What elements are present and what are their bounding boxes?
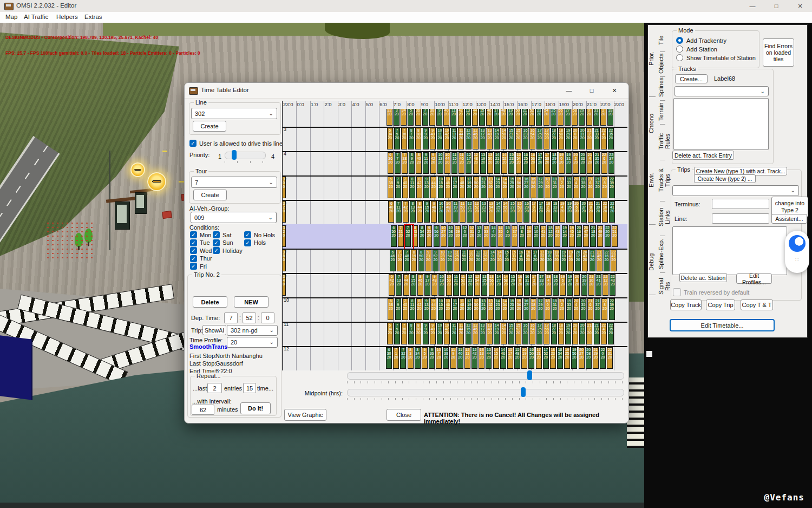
- trip-bar[interactable]: 22620: [601, 152, 607, 174]
- trip-bar[interactable]: 92520: [426, 225, 432, 247]
- trip-bar[interactable]: 22220: [600, 109, 606, 126]
- trip-bar[interactable]: 141920: [494, 128, 500, 149]
- trip-bar[interactable]: 73620: [401, 128, 407, 149]
- trip-bar[interactable]: 73420: [401, 109, 407, 126]
- trip-bar[interactable]: 101520: [438, 177, 444, 198]
- trip-bar[interactable]: 74220: [403, 201, 409, 223]
- trip-select[interactable]: ⌄: [672, 185, 799, 196]
- trip-bar[interactable]: 203120: [579, 128, 585, 149]
- trip-bar[interactable]: 64020: [388, 201, 394, 223]
- tab-splines[interactable]: Splines: [658, 77, 667, 97]
- trip-bar[interactable]: 175820: [544, 152, 550, 174]
- trip-bar[interactable]: 83620: [415, 109, 421, 126]
- trip-delete-button[interactable]: Delete: [193, 296, 227, 308]
- copy-tt-button[interactable]: Copy T & T: [741, 299, 773, 310]
- train-reversed-checkbox[interactable]: Train reversed by default: [673, 288, 749, 296]
- trip-bar[interactable]: 175620: [543, 128, 549, 149]
- trip-bar[interactable]: 182520: [551, 109, 556, 126]
- trip-bar[interactable]: 20020: [572, 323, 578, 344]
- trip-bar[interactable]: 11920: [450, 347, 456, 369]
- priority-slider-thumb[interactable]: [232, 150, 237, 160]
- trip-bar[interactable]: 165220: [529, 109, 535, 126]
- trip-bar[interactable]: 16020: [517, 274, 523, 296]
- timetable-row[interactable]: 6640207112074220813208442091520946201017…: [283, 200, 627, 225]
- trip-bar[interactable]: 8920: [409, 152, 415, 174]
- trip-bar[interactable]: 203520: [580, 177, 586, 198]
- trip-bar[interactable]: 182720: [551, 128, 557, 149]
- trip-bar[interactable]: 114820: [459, 298, 465, 320]
- trip-bar[interactable]: 132120: [481, 298, 487, 320]
- trip-bar[interactable]: 183920: [554, 250, 560, 271]
- delete-station-button[interactable]: Delete ac. Station: [679, 273, 727, 282]
- trip-bar[interactable]: 17220: [531, 274, 537, 296]
- trip-bar[interactable]: 172920: [538, 177, 543, 198]
- trip-bar[interactable]: 95620: [434, 225, 440, 247]
- trip-bar[interactable]: 185420: [557, 347, 563, 369]
- trip-bar[interactable]: 211020: [588, 274, 594, 296]
- repeat-times-field[interactable]: 15: [243, 383, 256, 393]
- trip-bar[interactable]: 175620: [543, 323, 549, 344]
- trip-bar[interactable]: 7520: [394, 128, 400, 149]
- trip-bar[interactable]: 22020: [600, 347, 606, 369]
- find-errors-button[interactable]: Find Errors on loaded tiles: [763, 38, 794, 67]
- trip-bar[interactable]: 223120: [607, 347, 613, 369]
- trip-bar[interactable]: 124620: [473, 323, 479, 344]
- trip-bar[interactable]: 131520: [479, 109, 485, 126]
- trip-bar[interactable]: 155220: [515, 128, 521, 149]
- trip-bar[interactable]: 83820: [415, 128, 421, 149]
- trip-bar[interactable]: 74020: [402, 298, 408, 320]
- trip-bar[interactable]: 195620: [571, 347, 577, 369]
- trip-bar[interactable]: 112520: [454, 250, 460, 271]
- trip-bar[interactable]: 22420: [601, 323, 607, 344]
- mode-radio-add-trackentry[interactable]: Add Trackentry: [676, 37, 726, 44]
- trip-bar[interactable]: 22420: [601, 128, 607, 149]
- trip-bar[interactable]: 143120: [496, 250, 502, 271]
- trip-bar[interactable]: 124820: [473, 152, 479, 174]
- dialog-titlebar[interactable]: Time Table Editor — □ ✕: [185, 83, 628, 99]
- trip-bar[interactable]: 193320: [566, 177, 572, 198]
- trip-bar[interactable]: 74420: [403, 274, 409, 296]
- trip-bar[interactable]: 224720: [611, 250, 617, 271]
- dialog-close-button[interactable]: ✕: [605, 84, 624, 96]
- trip-bar[interactable]: 124420: [472, 109, 478, 126]
- trip-bar[interactable]: 104820: [446, 201, 451, 223]
- trip-bar[interactable]: 9920: [423, 323, 429, 344]
- trip-bar[interactable]: 205820: [586, 347, 592, 369]
- trip-bar[interactable]: 7920: [395, 177, 401, 198]
- trip-bar[interactable]: 20420: [573, 298, 579, 320]
- drag-handle-icon[interactable]: ∷: [785, 257, 809, 263]
- trip-bar[interactable]: 94820: [431, 274, 437, 296]
- trip-bar[interactable]: 8520: [408, 109, 414, 126]
- trip-bar-stub[interactable]: 231820: [283, 250, 286, 271]
- trip-bar[interactable]: 195820: [572, 109, 578, 126]
- trip-bar[interactable]: 135020: [487, 152, 493, 174]
- trip-bar[interactable]: 203520: [580, 298, 586, 320]
- trip-bar-stub[interactable]: 232220: [283, 225, 286, 247]
- trip-bar[interactable]: 213320: [594, 323, 600, 344]
- trip-bar[interactable]: 132320: [481, 201, 487, 223]
- trip-bar[interactable]: 203720: [581, 201, 587, 223]
- trip-bar[interactable]: 121920: [466, 298, 472, 320]
- trip-bar[interactable]: 18220: [545, 201, 551, 223]
- trip-new-button[interactable]: NEW: [234, 296, 269, 308]
- trip-bar[interactable]: 183520: [553, 274, 559, 296]
- trip-bar[interactable]: 121720: [466, 152, 472, 174]
- trip-bar[interactable]: 223320: [607, 109, 613, 126]
- trip-bar[interactable]: 10920: [436, 109, 442, 126]
- trip-bar[interactable]: 223520: [608, 323, 614, 344]
- trip-bar[interactable]: 111720: [452, 298, 458, 320]
- trip-bar[interactable]: 162120: [522, 109, 528, 126]
- trip-bar[interactable]: 64220: [389, 274, 395, 296]
- trip-bar[interactable]: 183320: [552, 201, 558, 223]
- trip-bar[interactable]: 84020: [416, 152, 422, 174]
- trip-bar[interactable]: 115620: [461, 250, 467, 271]
- trip-bar[interactable]: 17020: [531, 201, 537, 223]
- trip-bar[interactable]: 71120: [396, 201, 402, 223]
- trip-bar[interactable]: 135220: [488, 298, 494, 320]
- tab-envir-[interactable]: Envir.: [648, 170, 657, 190]
- trip-bar[interactable]: 104220: [444, 323, 450, 344]
- trip-bar[interactable]: 63020: [386, 347, 392, 369]
- window-maximize-button[interactable]: □: [764, 0, 788, 12]
- trip-bar[interactable]: 18820: [547, 250, 553, 271]
- mode-radio-add-station[interactable]: Add Station: [676, 45, 717, 53]
